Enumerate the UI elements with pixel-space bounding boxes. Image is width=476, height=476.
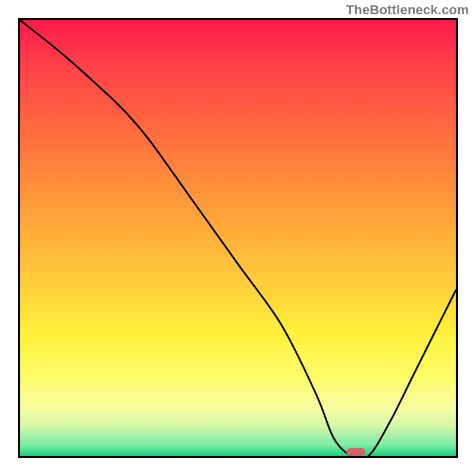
bottleneck-curve-path xyxy=(20,20,456,456)
bottleneck-curve xyxy=(20,20,456,456)
watermark-text: TheBottleneck.com xyxy=(346,2,469,18)
optimal-marker xyxy=(346,448,365,456)
chart-frame xyxy=(18,18,458,458)
